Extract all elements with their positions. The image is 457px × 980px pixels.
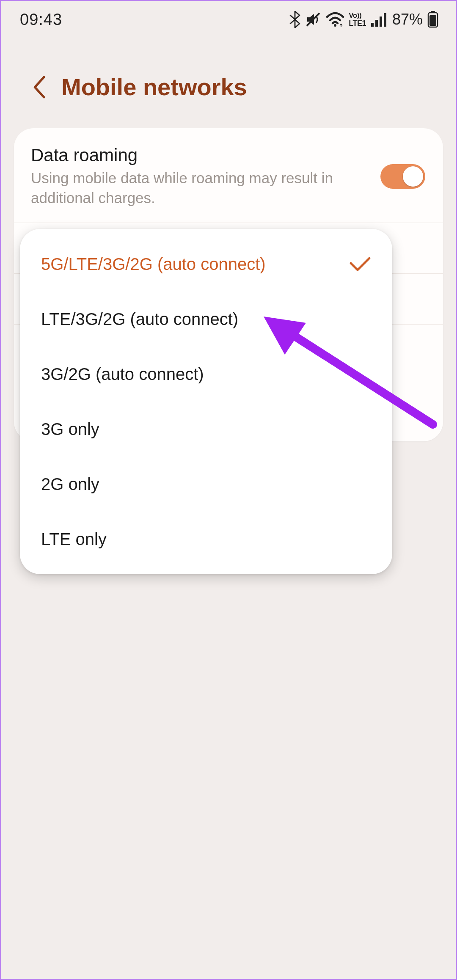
page-title: Mobile networks [61,73,247,101]
network-mode-option-lteonly[interactable]: LTE only [20,512,392,567]
header: Mobile networks [1,73,456,101]
data-roaming-toggle[interactable] [380,164,425,189]
cellular-signal-icon [370,11,387,28]
bluetooth-icon [289,11,300,28]
option-label: 3G only [41,420,99,439]
network-mode-option-lte[interactable]: LTE/3G/2G (auto connect) [20,292,392,347]
status-time: 09:43 [20,11,62,29]
option-label: 3G/2G (auto connect) [41,365,204,384]
setting-data-roaming[interactable]: Data roaming Using mobile data while roa… [14,131,443,223]
status-bar: 09:43 Vo)) LTE1 [1,1,456,38]
volte-indicator: Vo)) LTE1 [349,12,366,27]
network-mode-dropdown: 5G/LTE/3G/2G (auto connect) LTE/3G/2G (a… [20,229,392,574]
network-mode-option-3g2g[interactable]: 3G/2G (auto connect) [20,347,392,402]
svg-rect-5 [384,13,386,27]
network-mode-option-5g[interactable]: 5G/LTE/3G/2G (auto connect) [20,237,392,292]
svg-rect-3 [375,20,378,27]
wifi-icon [326,11,344,28]
svg-rect-4 [380,17,382,27]
option-label: 5G/LTE/3G/2G (auto connect) [41,255,266,274]
mute-icon [305,11,322,28]
battery-percent: 87% [392,11,423,28]
battery-icon [427,11,439,28]
svg-rect-2 [371,23,374,27]
checkmark-icon [349,256,371,273]
data-roaming-title: Data roaming [31,145,372,165]
option-label: LTE only [41,530,107,549]
option-label: LTE/3G/2G (auto connect) [41,310,238,329]
status-icons: Vo)) LTE1 87% [289,11,439,28]
network-mode-option-3g[interactable]: 3G only [20,402,392,457]
svg-point-1 [334,24,336,27]
option-label: 2G only [41,475,99,494]
svg-rect-8 [429,15,436,26]
data-roaming-desc: Using mobile data while roaming may resu… [31,168,372,208]
back-icon[interactable] [32,75,46,99]
network-mode-option-2g[interactable]: 2G only [20,457,392,512]
